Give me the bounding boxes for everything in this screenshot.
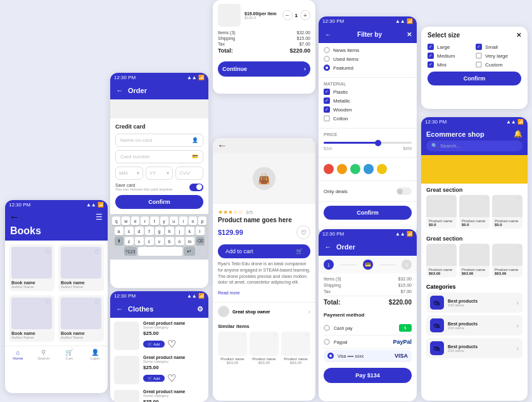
filter-plastic[interactable]: ✓ Plastic (324, 89, 412, 95)
key-m[interactable]: m (186, 237, 194, 246)
key-h[interactable]: h (165, 227, 174, 236)
qty-decrease[interactable]: − (282, 10, 293, 20)
key-w[interactable]: w (122, 217, 130, 225)
key-c[interactable]: c (145, 237, 154, 246)
filter-confirm-button[interactable]: Confirm (324, 206, 412, 220)
nav-home[interactable]: ⌂ Home (5, 349, 31, 360)
category-item[interactable]: 🛍 Best products 234 items › (426, 338, 522, 358)
key-l[interactable]: l (196, 227, 205, 236)
category-item[interactable]: 🛍 Best products 234 items › (426, 315, 522, 336)
color-red[interactable] (324, 164, 334, 174)
key-t[interactable]: t (150, 217, 158, 225)
price-slider[interactable]: $1m $4M (324, 139, 412, 153)
key-space[interactable] (138, 247, 182, 256)
mm-field[interactable]: MM ▾ (115, 166, 143, 180)
add-button[interactable]: 🛒 Add (143, 341, 165, 348)
back-button[interactable]: ← (324, 242, 332, 251)
size-small[interactable]: ✓ Small (476, 44, 521, 50)
product-card[interactable]: ♡ Product name $63.00 (426, 244, 457, 277)
product-card[interactable]: ♡ Product name $0.0 (459, 195, 490, 229)
product-card[interactable]: ♡ Product name $0.0 (426, 195, 457, 229)
notification-icon[interactable]: 🔔 (514, 130, 522, 138)
key-z[interactable]: z (125, 237, 134, 246)
key-r[interactable]: r (141, 217, 149, 225)
key-j[interactable]: j (175, 227, 184, 236)
filter-metallic[interactable]: ✓ Metallic (324, 97, 412, 104)
name-on-card-field[interactable]: Name on card 👤 (115, 134, 203, 147)
heart-icon[interactable]: ♡ (167, 338, 176, 350)
back-button[interactable]: ← (115, 305, 124, 313)
clothes-item[interactable]: Great product name Some category $25.00 … (114, 389, 205, 402)
checkbox-custom[interactable] (476, 61, 482, 68)
book-card[interactable]: ♡ Book name Author Name (58, 295, 104, 342)
checkbox-medium[interactable]: ✓ (428, 53, 434, 59)
close-icon[interactable]: ✕ (516, 32, 521, 39)
heart-icon[interactable]: ♡ (94, 299, 99, 306)
key-f[interactable]: f (145, 227, 154, 236)
size-confirm-button[interactable]: Confirm (428, 72, 521, 85)
key-a[interactable]: a (115, 227, 124, 236)
back-button[interactable]: ← (10, 213, 19, 222)
heart-icon[interactable]: ♡ (451, 245, 455, 251)
radio-featured[interactable] (324, 65, 330, 71)
filter-used[interactable]: Used items (324, 56, 412, 62)
heart-icon[interactable]: ♡ (484, 245, 488, 251)
color-blue[interactable] (364, 164, 374, 174)
pm-paypal[interactable]: Paypal PayPal (324, 336, 412, 349)
heart-icon[interactable]: ♡ (305, 333, 309, 338)
key-b[interactable]: b (165, 237, 174, 246)
category-item[interactable]: 🛍 Best products 234 items › (426, 292, 522, 313)
heart-icon[interactable]: ♡ (517, 196, 521, 202)
key-u[interactable]: u (170, 217, 178, 225)
heart-icon[interactable]: ♡ (517, 245, 521, 251)
heart-icon[interactable]: ♡ (274, 333, 277, 338)
key-o[interactable]: o (189, 217, 197, 225)
deals-toggle[interactable] (396, 187, 412, 195)
heart-icon[interactable]: ♡ (167, 372, 176, 384)
checkbox-mini[interactable]: ✓ (428, 61, 434, 68)
key-q[interactable]: q (112, 217, 120, 225)
checkbox-very-large[interactable] (476, 53, 482, 59)
key-enter[interactable]: ↵ (184, 247, 195, 256)
back-button[interactable]: ← (324, 30, 332, 39)
key-k[interactable]: k (186, 227, 194, 236)
book-card[interactable]: ♡ Book name Author Name (58, 244, 104, 291)
filter-icon[interactable]: ⚙ (197, 305, 203, 313)
key-delete[interactable]: ⌫ (196, 237, 205, 246)
card-number-field[interactable]: Card number 💳 (115, 150, 203, 163)
filter-news[interactable]: News items (324, 47, 412, 53)
size-medium[interactable]: ✓ Medium (428, 53, 473, 59)
heart-icon[interactable]: ♡ (45, 249, 50, 255)
book-card[interactable]: ♡ Book name Author Name (9, 295, 54, 342)
radio-news[interactable] (324, 47, 330, 53)
yy-field[interactable]: YY ▾ (146, 166, 174, 180)
slider-thumb[interactable] (375, 140, 381, 146)
size-large[interactable]: ✓ Large (428, 44, 473, 50)
key-i[interactable]: i (179, 217, 187, 225)
confirm-button[interactable]: Confirm (115, 195, 203, 209)
back-button[interactable]: ← (218, 141, 227, 150)
product-card[interactable]: ♡ Product name $63.00 (459, 244, 490, 277)
key-n[interactable]: n (175, 237, 184, 246)
pm-cash[interactable]: Cash pay $ (324, 321, 412, 336)
filter-cotton[interactable]: Cotton (324, 115, 412, 122)
search-bar[interactable]: 🔍 Search... (426, 141, 522, 151)
key-g[interactable]: g (155, 227, 164, 236)
radio-visa[interactable] (327, 353, 334, 359)
checkbox-large[interactable]: ✓ (428, 44, 434, 50)
add-to-cart-button[interactable]: Add to cart 🛒 (218, 244, 310, 258)
checkbox-cotton[interactable] (324, 115, 330, 122)
add-button[interactable]: 🛒 Add (143, 375, 165, 382)
heart-icon[interactable]: ♡ (94, 249, 99, 255)
pm-visa[interactable]: Visa •••• xxxx VISA (324, 350, 412, 362)
product-card[interactable]: ♡ Product name $0.0 (492, 195, 522, 229)
checkbox-plastic[interactable]: ✓ (324, 89, 330, 95)
heart-icon[interactable]: ♡ (45, 299, 50, 306)
pay-button[interactable]: Pay $134 (324, 368, 412, 383)
clothes-item[interactable]: Great product name Some category $25.00 … (114, 321, 205, 350)
key-p[interactable]: p (198, 217, 206, 225)
color-orange[interactable] (337, 164, 347, 174)
heart-icon[interactable]: ♡ (451, 196, 455, 202)
filter-featured[interactable]: Featured (324, 65, 412, 71)
read-more-link[interactable]: Read more (218, 291, 240, 295)
